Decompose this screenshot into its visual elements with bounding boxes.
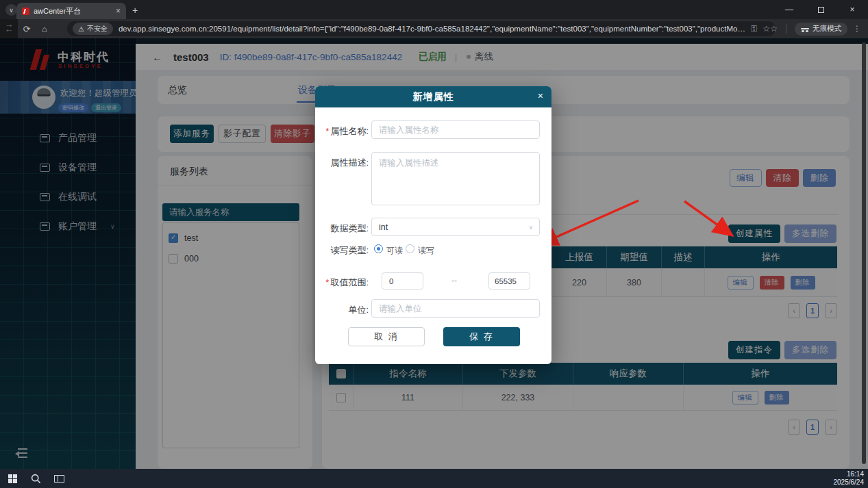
- clock-time: 16:14: [834, 470, 865, 478]
- attribute-name-input[interactable]: [371, 120, 540, 139]
- rw-type-label: 读写类型:: [315, 244, 369, 257]
- radio-readwrite[interactable]: [406, 244, 414, 253]
- taskbar-search-button[interactable]: [26, 469, 45, 488]
- url-text: dev.app.sinsegye.com.cn:20591/equipment/…: [119, 25, 745, 33]
- search-icon: [31, 474, 41, 484]
- site-favicon-icon: [22, 8, 29, 15]
- security-label: 不安全: [87, 24, 108, 34]
- tab-close-icon[interactable]: ×: [116, 6, 121, 16]
- modal-title: 新增属性: [413, 91, 454, 103]
- security-chip[interactable]: ⚠ 不安全: [73, 23, 113, 35]
- data-type-select[interactable]: int ∨: [371, 218, 540, 236]
- attribute-desc-label: 属性描述:: [315, 157, 369, 169]
- range-separator: --: [445, 276, 463, 285]
- task-view-button[interactable]: [49, 469, 69, 488]
- minimize-button[interactable]: —: [773, 0, 805, 19]
- range-max-input[interactable]: [488, 272, 530, 290]
- restore-button[interactable]: [805, 0, 836, 19]
- data-type-value: int: [379, 222, 388, 232]
- clock-date: 2025/6/24: [834, 478, 865, 487]
- taskbar-clock[interactable]: 16:14 2025/6/24: [834, 470, 865, 487]
- taskbar: S PC X W 16:14 2025/6/24: [0, 469, 868, 488]
- incognito-badge: 无痕模式: [795, 23, 847, 36]
- range-min-input[interactable]: [382, 272, 423, 290]
- start-button[interactable]: [3, 469, 22, 488]
- warning-icon: ⚠: [78, 25, 84, 33]
- value-range-label: *取值范围:: [315, 277, 369, 289]
- browser-tabstrip: ∨ awCenter平台 × + — ×: [0, 0, 868, 19]
- key-icon[interactable]: ⚿: [751, 24, 757, 34]
- add-attribute-modal: 新增属性 × *属性名称: 属性描述: 数据类型: int ∨ 读写类型: 可读…: [315, 86, 551, 364]
- task-view-icon: [54, 475, 64, 483]
- tab-search-icon[interactable]: ∨: [5, 4, 17, 16]
- chevron-down-icon: ∨: [528, 224, 533, 231]
- radio-readable-selected[interactable]: [374, 244, 383, 253]
- browser-navbar: ← → ⟳ ⌂ ⚠ 不安全 dev.app.sinsegye.com.cn:20…: [0, 19, 868, 38]
- incognito-label: 无痕模式: [813, 24, 841, 34]
- address-bar[interactable]: ⚠ 不安全 dev.app.sinsegye.com.cn:20591/equi…: [67, 21, 776, 36]
- radio-readwrite-label[interactable]: 读写: [418, 245, 434, 257]
- screen: ∨ awCenter平台 × + — × ← → ⟳ ⌂ ⚠ 不安全 dev.a…: [0, 0, 868, 488]
- app-viewport: 中科时代 SINSEGYE 欢迎您！超级管理员 密码修改 退出登录 产品管理 设…: [0, 38, 868, 469]
- data-type-label: 数据类型:: [315, 222, 369, 235]
- browser-tab[interactable]: awCenter平台 ×: [16, 3, 126, 19]
- radio-readable-label[interactable]: 可读: [386, 245, 403, 257]
- close-button[interactable]: ×: [836, 0, 868, 19]
- attribute-desc-textarea[interactable]: [371, 152, 540, 205]
- cancel-button[interactable]: 取 消: [348, 327, 425, 346]
- window-controls: — ×: [773, 0, 868, 19]
- extensions-icon[interactable]: ☆: [770, 24, 778, 34]
- unit-label: 单位:: [315, 304, 369, 316]
- incognito-icon: [801, 26, 809, 32]
- tab-title: awCenter平台: [34, 6, 112, 16]
- unit-input[interactable]: [371, 299, 540, 318]
- close-icon[interactable]: ×: [538, 90, 543, 101]
- windows-icon: [8, 474, 17, 483]
- new-tab-button[interactable]: +: [132, 5, 138, 16]
- attribute-name-label: *属性名称:: [315, 125, 369, 138]
- modal-header: 新增属性 ×: [315, 86, 551, 107]
- bookmark-star-icon[interactable]: ☆: [762, 24, 770, 34]
- save-button[interactable]: 保 存: [443, 327, 520, 346]
- browser-menu-icon[interactable]: ⋮: [853, 24, 861, 34]
- home-icon[interactable]: ⌂: [36, 24, 53, 34]
- divider: [786, 24, 786, 34]
- reload-icon[interactable]: ⟳: [18, 24, 36, 34]
- forward-icon[interactable]: →: [0, 19, 18, 38]
